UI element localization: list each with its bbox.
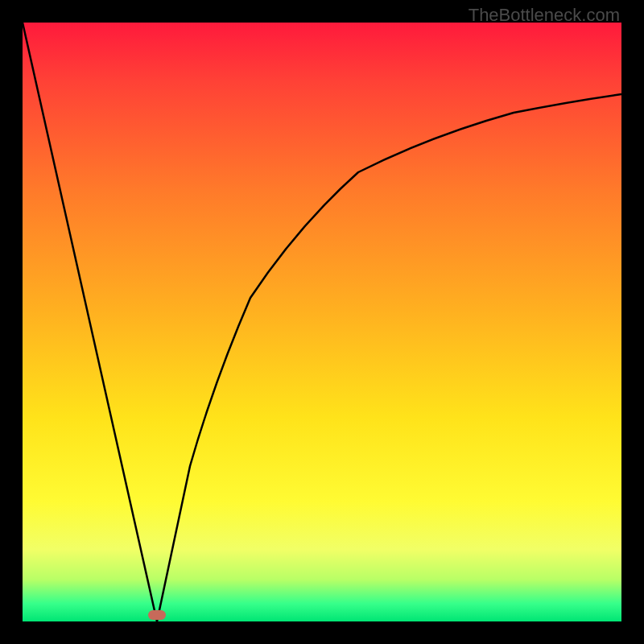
bottleneck-curve [23,23,621,621]
watermark-text: TheBottleneck.com [469,5,620,26]
curve-left-branch [23,23,157,621]
trough-marker [148,610,166,620]
plot-area [23,23,621,621]
curve-right-branch [157,94,621,621]
chart-frame: TheBottleneck.com [0,0,644,644]
